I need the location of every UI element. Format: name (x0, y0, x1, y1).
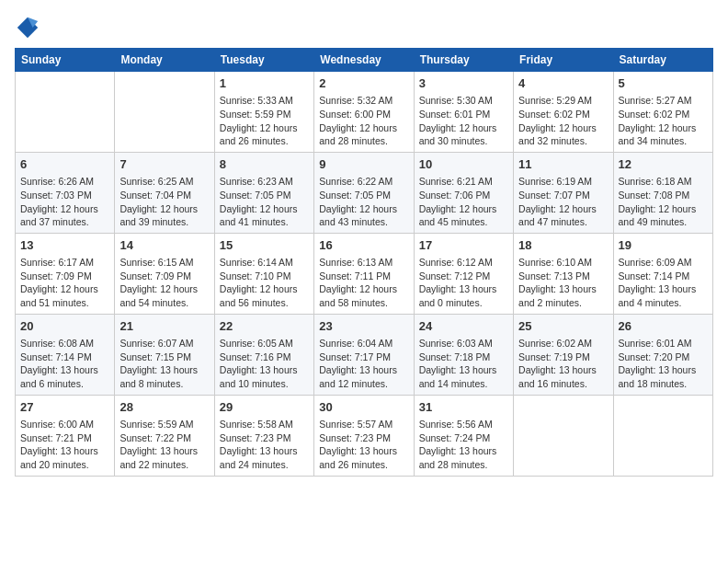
day-number: 22 (220, 318, 309, 335)
day-number: 31 (419, 399, 508, 416)
day-number: 28 (119, 399, 209, 416)
day-info: Sunrise: 6:21 AM Sunset: 7:06 PM Dayligh… (419, 175, 508, 229)
day-number: 29 (220, 399, 309, 416)
col-tuesday: Tuesday (214, 49, 313, 72)
week-row-3: 13Sunrise: 6:17 AM Sunset: 7:09 PM Dayli… (16, 233, 713, 314)
day-info: Sunrise: 6:13 AM Sunset: 7:11 PM Dayligh… (319, 256, 408, 310)
calendar-cell: 16Sunrise: 6:13 AM Sunset: 7:11 PM Dayli… (314, 233, 414, 314)
calendar-cell: 15Sunrise: 6:14 AM Sunset: 7:10 PM Dayli… (214, 233, 313, 314)
calendar-cell (514, 395, 613, 476)
day-number: 4 (518, 75, 608, 92)
day-number: 18 (518, 237, 608, 254)
day-number: 6 (20, 156, 109, 173)
calendar-cell: 5Sunrise: 5:27 AM Sunset: 6:02 PM Daylig… (613, 72, 712, 153)
day-info: Sunrise: 5:33 AM Sunset: 5:59 PM Dayligh… (220, 94, 309, 148)
day-info: Sunrise: 5:59 AM Sunset: 7:22 PM Dayligh… (119, 418, 209, 472)
calendar-cell (115, 72, 214, 153)
day-info: Sunrise: 6:04 AM Sunset: 7:17 PM Dayligh… (319, 337, 408, 391)
col-friday: Friday (514, 49, 613, 72)
day-number: 19 (619, 237, 708, 254)
day-info: Sunrise: 5:58 AM Sunset: 7:23 PM Dayligh… (220, 418, 309, 472)
calendar-cell: 25Sunrise: 6:02 AM Sunset: 7:19 PM Dayli… (514, 314, 613, 395)
calendar-cell: 4Sunrise: 5:29 AM Sunset: 6:02 PM Daylig… (514, 72, 613, 153)
calendar-cell: 20Sunrise: 6:08 AM Sunset: 7:14 PM Dayli… (16, 314, 115, 395)
day-number: 11 (518, 156, 608, 173)
calendar-cell: 22Sunrise: 6:05 AM Sunset: 7:16 PM Dayli… (214, 314, 313, 395)
day-number: 16 (319, 237, 408, 254)
calendar-cell: 27Sunrise: 6:00 AM Sunset: 7:21 PM Dayli… (16, 395, 115, 476)
calendar-cell: 26Sunrise: 6:01 AM Sunset: 7:20 PM Dayli… (613, 314, 712, 395)
calendar-cell: 21Sunrise: 6:07 AM Sunset: 7:15 PM Dayli… (115, 314, 214, 395)
logo (15, 15, 44, 40)
calendar-cell: 1Sunrise: 5:33 AM Sunset: 5:59 PM Daylig… (214, 72, 313, 153)
week-row-5: 27Sunrise: 6:00 AM Sunset: 7:21 PM Dayli… (16, 395, 713, 476)
day-info: Sunrise: 6:17 AM Sunset: 7:09 PM Dayligh… (20, 256, 109, 310)
day-number: 14 (119, 237, 209, 254)
day-number: 30 (319, 399, 408, 416)
day-info: Sunrise: 6:00 AM Sunset: 7:21 PM Dayligh… (20, 418, 109, 472)
calendar-cell: 8Sunrise: 6:23 AM Sunset: 7:05 PM Daylig… (214, 152, 313, 233)
day-number: 21 (119, 318, 209, 335)
day-number: 8 (220, 156, 309, 173)
col-sunday: Sunday (16, 49, 115, 72)
day-info: Sunrise: 6:08 AM Sunset: 7:14 PM Dayligh… (20, 337, 109, 391)
day-info: Sunrise: 5:57 AM Sunset: 7:23 PM Dayligh… (319, 418, 408, 472)
logo-icon (15, 15, 40, 40)
day-number: 27 (20, 399, 109, 416)
day-number: 10 (419, 156, 508, 173)
day-info: Sunrise: 6:23 AM Sunset: 7:05 PM Dayligh… (220, 175, 309, 229)
day-number: 15 (220, 237, 309, 254)
week-row-2: 6Sunrise: 6:26 AM Sunset: 7:03 PM Daylig… (16, 152, 713, 233)
day-info: Sunrise: 6:18 AM Sunset: 7:08 PM Dayligh… (619, 175, 708, 229)
day-info: Sunrise: 5:56 AM Sunset: 7:24 PM Dayligh… (419, 418, 508, 472)
day-info: Sunrise: 6:22 AM Sunset: 7:05 PM Dayligh… (319, 175, 408, 229)
day-info: Sunrise: 5:32 AM Sunset: 6:00 PM Dayligh… (319, 94, 408, 148)
day-number: 20 (20, 318, 109, 335)
calendar-cell: 31Sunrise: 5:56 AM Sunset: 7:24 PM Dayli… (414, 395, 513, 476)
day-info: Sunrise: 6:09 AM Sunset: 7:14 PM Dayligh… (619, 256, 708, 310)
day-info: Sunrise: 6:12 AM Sunset: 7:12 PM Dayligh… (419, 256, 508, 310)
calendar-cell: 17Sunrise: 6:12 AM Sunset: 7:12 PM Dayli… (414, 233, 513, 314)
day-info: Sunrise: 6:03 AM Sunset: 7:18 PM Dayligh… (419, 337, 508, 391)
calendar-cell: 2Sunrise: 5:32 AM Sunset: 6:00 PM Daylig… (314, 72, 414, 153)
day-info: Sunrise: 5:29 AM Sunset: 6:02 PM Dayligh… (518, 94, 608, 148)
day-number: 7 (119, 156, 209, 173)
day-info: Sunrise: 6:05 AM Sunset: 7:16 PM Dayligh… (220, 337, 309, 391)
calendar-cell: 7Sunrise: 6:25 AM Sunset: 7:04 PM Daylig… (115, 152, 214, 233)
day-info: Sunrise: 5:30 AM Sunset: 6:01 PM Dayligh… (419, 94, 508, 148)
day-info: Sunrise: 6:01 AM Sunset: 7:20 PM Dayligh… (619, 337, 708, 391)
day-info: Sunrise: 6:15 AM Sunset: 7:09 PM Dayligh… (119, 256, 209, 310)
day-number: 23 (319, 318, 408, 335)
calendar-cell: 18Sunrise: 6:10 AM Sunset: 7:13 PM Dayli… (514, 233, 613, 314)
calendar-cell: 23Sunrise: 6:04 AM Sunset: 7:17 PM Dayli… (314, 314, 414, 395)
page-header (15, 15, 713, 40)
day-number: 1 (220, 75, 309, 92)
week-row-4: 20Sunrise: 6:08 AM Sunset: 7:14 PM Dayli… (16, 314, 713, 395)
day-info: Sunrise: 5:27 AM Sunset: 6:02 PM Dayligh… (619, 94, 708, 148)
calendar-cell: 6Sunrise: 6:26 AM Sunset: 7:03 PM Daylig… (16, 152, 115, 233)
calendar-cell: 28Sunrise: 5:59 AM Sunset: 7:22 PM Dayli… (115, 395, 214, 476)
day-info: Sunrise: 6:19 AM Sunset: 7:07 PM Dayligh… (518, 175, 608, 229)
day-number: 13 (20, 237, 109, 254)
calendar-cell (613, 395, 712, 476)
header-row: Sunday Monday Tuesday Wednesday Thursday… (16, 49, 713, 72)
day-number: 5 (619, 75, 708, 92)
day-number: 3 (419, 75, 508, 92)
day-info: Sunrise: 6:14 AM Sunset: 7:10 PM Dayligh… (220, 256, 309, 310)
calendar-cell: 3Sunrise: 5:30 AM Sunset: 6:01 PM Daylig… (414, 72, 513, 153)
col-monday: Monday (115, 49, 214, 72)
col-wednesday: Wednesday (314, 49, 414, 72)
calendar-cell: 30Sunrise: 5:57 AM Sunset: 7:23 PM Dayli… (314, 395, 414, 476)
day-number: 2 (319, 75, 408, 92)
day-number: 9 (319, 156, 408, 173)
day-info: Sunrise: 6:25 AM Sunset: 7:04 PM Dayligh… (119, 175, 209, 229)
col-thursday: Thursday (414, 49, 513, 72)
week-row-1: 1Sunrise: 5:33 AM Sunset: 5:59 PM Daylig… (16, 72, 713, 153)
calendar-cell (16, 72, 115, 153)
calendar-cell: 11Sunrise: 6:19 AM Sunset: 7:07 PM Dayli… (514, 152, 613, 233)
calendar-cell: 13Sunrise: 6:17 AM Sunset: 7:09 PM Dayli… (16, 233, 115, 314)
col-saturday: Saturday (613, 49, 712, 72)
calendar-cell: 10Sunrise: 6:21 AM Sunset: 7:06 PM Dayli… (414, 152, 513, 233)
day-info: Sunrise: 6:02 AM Sunset: 7:19 PM Dayligh… (518, 337, 608, 391)
calendar-cell: 19Sunrise: 6:09 AM Sunset: 7:14 PM Dayli… (613, 233, 712, 314)
